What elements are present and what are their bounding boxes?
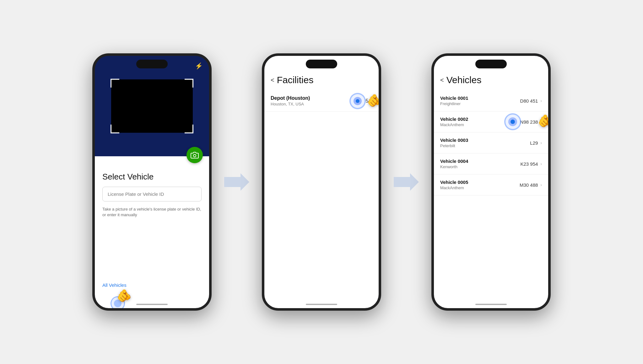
arrow-2: [394, 173, 419, 191]
camera-section: ⚡: [95, 56, 209, 156]
tap-area-3: [508, 117, 517, 126]
vehicle-name-2: Vehicle 0003: [440, 137, 530, 143]
phone-vehicles: < Vehicles Vehicle 0001 Freightliner D80…: [431, 53, 551, 311]
phone-facilities: < Facilities Depot (Houston) Houston, TX…: [262, 53, 381, 311]
dynamic-island-2: [306, 60, 337, 68]
vehicle-plate-0: D80 451: [520, 98, 538, 104]
select-vehicle-title: Select Vehicle: [102, 172, 202, 182]
all-vehicles-link[interactable]: All Vehicles: [102, 282, 127, 288]
vehicle-item-0[interactable]: Vehicle 0001 Freightliner D80 451 ›: [434, 90, 548, 111]
vehicle-info-0: Vehicle 0001 Freightliner: [440, 95, 520, 106]
phone-select-vehicle: ⚡ Select Vehicle: [92, 53, 212, 311]
corner-tl: [111, 79, 119, 88]
camera-icon: [191, 152, 199, 158]
tap-area-2: [354, 97, 362, 105]
tap-center-3: [511, 120, 515, 124]
vehicle-chevron-3: ›: [540, 161, 542, 166]
vehicle-make-3: Kenworth: [440, 164, 520, 169]
tap-center-2: [356, 99, 359, 103]
vehicle-item-3[interactable]: Vehicle 0004 Kenworth K23 954 ›: [434, 153, 548, 174]
dynamic-island-1: [136, 60, 168, 68]
svg-point-0: [193, 154, 196, 157]
vehicle-name-4: Vehicle 0005: [440, 179, 520, 185]
corner-bl: [111, 125, 119, 133]
back-arrow-facilities[interactable]: <: [271, 77, 274, 84]
facilities-title: Facilities: [277, 75, 314, 85]
depot-houston-item[interactable]: Depot (Houston) Houston, TX, USA 5 › 🫵: [264, 90, 379, 112]
vehicle-name-0: Vehicle 0001: [440, 95, 520, 101]
vehicle-make-4: MackAnthem: [440, 185, 520, 190]
svg-marker-2: [394, 173, 419, 191]
license-plate-input[interactable]: [102, 187, 202, 201]
corner-tr: [185, 79, 193, 88]
camera-button[interactable]: [186, 147, 203, 163]
depot-content: Depot (Houston) Houston, TX, USA: [271, 95, 354, 106]
home-indicator-3: [475, 304, 507, 305]
vehicle-make-2: Peterbilt: [440, 143, 530, 148]
vehicle-plate-1: N98 238: [520, 119, 538, 125]
depot-location: Houston, TX, USA: [271, 102, 354, 106]
vehicle-info-1: Vehicle 0002 MackAnthem: [440, 116, 508, 127]
corner-br: [185, 125, 193, 133]
vehicle-item-4[interactable]: Vehicle 0005 MackAnthem M30 488 ›: [434, 174, 548, 195]
vehicle-item-1[interactable]: Vehicle 0002 MackAnthem N98 238 › 🫵: [434, 111, 548, 132]
home-indicator-2: [306, 304, 337, 305]
vehicle-chevron-2: ›: [540, 140, 542, 145]
vehicle-info-3: Vehicle 0004 Kenworth: [440, 158, 520, 169]
vehicle-item-2[interactable]: Vehicle 0003 Peterbilt L29 ›: [434, 132, 548, 153]
vehicle-name-1: Vehicle 0002: [440, 116, 508, 122]
vehicle-make-0: Freightliner: [440, 101, 520, 106]
vehicle-info-2: Vehicle 0003 Peterbilt: [440, 137, 530, 148]
flash-icon[interactable]: ⚡: [195, 62, 203, 70]
helper-text: Take a picture of a vehicle's license pl…: [102, 206, 202, 218]
home-indicator-1: [136, 304, 168, 305]
vehicle-chevron-4: ›: [540, 182, 542, 187]
vehicle-plate-2: L29: [530, 140, 538, 146]
vehicles-title: Vehicles: [446, 75, 482, 85]
back-arrow-vehicles[interactable]: <: [440, 77, 444, 84]
cursor-hand-1: 🫵: [117, 289, 132, 302]
scene: ⚡ Select Vehicle: [0, 0, 643, 364]
vehicle-make-1: MackAnthem: [440, 122, 508, 127]
svg-marker-1: [224, 173, 249, 191]
arrow-1: [224, 173, 249, 191]
vehicle-info-4: Vehicle 0005 MackAnthem: [440, 179, 520, 190]
dynamic-island-3: [475, 60, 507, 68]
vehicle-plate-4: M30 488: [520, 182, 538, 188]
vehicle-name-3: Vehicle 0004: [440, 158, 520, 164]
camera-viewfinder: [111, 79, 193, 133]
vehicle-chevron-0: ›: [540, 98, 542, 103]
depot-name: Depot (Houston): [271, 95, 354, 101]
vehicle-plate-3: K23 954: [520, 161, 538, 167]
cursor-hand-2: 🫵: [367, 94, 381, 107]
cursor-hand-3: 🫵: [538, 114, 551, 128]
